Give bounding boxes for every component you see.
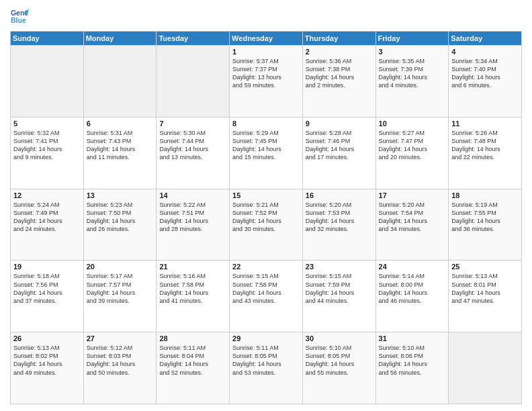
calendar-cell: 19Sunrise: 5:18 AMSunset: 7:56 PMDayligh… (11, 261, 84, 332)
cell-text: and 47 minutes. (451, 297, 519, 305)
calendar-cell: 12Sunrise: 5:24 AMSunset: 7:49 PMDayligh… (11, 189, 84, 261)
calendar-cell: 27Sunrise: 5:12 AMSunset: 8:03 PMDayligh… (83, 332, 157, 404)
cell-text: Daylight: 14 hours (232, 217, 300, 225)
cell-text: Sunset: 7:52 PM (232, 209, 300, 217)
cell-text: and 37 minutes. (13, 297, 81, 305)
cell-text: and 11 minutes. (87, 153, 154, 161)
cell-text: Daylight: 14 hours (451, 217, 519, 225)
calendar-week-row: 5Sunrise: 5:32 AMSunset: 7:41 PMDaylight… (11, 117, 522, 189)
cell-text: Sunrise: 5:17 AM (87, 272, 154, 280)
day-number: 31 (379, 334, 446, 342)
cell-text: Sunrise: 5:27 AM (379, 129, 446, 137)
cell-text: Daylight: 14 hours (13, 360, 81, 368)
cell-text: Daylight: 14 hours (306, 360, 373, 368)
day-number: 9 (306, 120, 373, 128)
cell-text: Sunrise: 5:32 AM (13, 129, 81, 137)
cell-text: Sunrise: 5:22 AM (159, 201, 226, 209)
cell-text: and 52 minutes. (159, 369, 226, 377)
calendar-cell: 17Sunrise: 5:20 AMSunset: 7:54 PMDayligh… (375, 189, 449, 261)
col-header-thursday: Thursday (302, 32, 375, 46)
col-header-sunday: Sunday (11, 32, 84, 46)
day-number: 26 (13, 334, 81, 342)
cell-text: Sunset: 7:47 PM (379, 137, 446, 145)
day-number: 14 (159, 191, 226, 199)
day-number: 3 (379, 48, 446, 56)
cell-text: and 2 minutes. (306, 81, 373, 89)
calendar-cell: 13Sunrise: 5:23 AMSunset: 7:50 PMDayligh… (83, 189, 157, 261)
cell-text: Sunrise: 5:34 AM (451, 57, 519, 65)
day-number: 10 (379, 120, 446, 128)
cell-text: Daylight: 14 hours (306, 289, 373, 297)
day-number: 13 (87, 191, 154, 199)
cell-text: Daylight: 14 hours (451, 289, 519, 297)
cell-text: Sunset: 7:48 PM (451, 137, 519, 145)
cell-text: Daylight: 13 hours (232, 73, 300, 81)
calendar-cell: 30Sunrise: 5:10 AMSunset: 8:05 PMDayligh… (302, 332, 375, 404)
cell-text: Daylight: 14 hours (232, 145, 300, 153)
cell-text: and 9 minutes. (13, 153, 81, 161)
calendar-cell: 25Sunrise: 5:13 AMSunset: 8:01 PMDayligh… (449, 261, 522, 332)
cell-text: Daylight: 14 hours (13, 217, 81, 225)
cell-text: Daylight: 14 hours (159, 289, 226, 297)
cell-text: Sunset: 8:04 PM (159, 352, 226, 360)
cell-text: Sunrise: 5:36 AM (306, 57, 373, 65)
cell-text: Daylight: 14 hours (306, 145, 373, 153)
cell-text: Sunset: 7:40 PM (451, 65, 519, 73)
cell-text: Daylight: 14 hours (379, 73, 446, 81)
day-number: 8 (232, 120, 300, 128)
cell-text: Sunset: 8:03 PM (87, 352, 154, 360)
cell-text: Daylight: 14 hours (379, 145, 446, 153)
calendar-cell: 4Sunrise: 5:34 AMSunset: 7:40 PMDaylight… (449, 46, 522, 118)
calendar-cell (449, 332, 522, 404)
col-header-friday: Friday (375, 32, 449, 46)
cell-text: and 13 minutes. (159, 153, 226, 161)
cell-text: Sunrise: 5:21 AM (232, 201, 300, 209)
day-number: 27 (87, 334, 154, 342)
col-header-saturday: Saturday (449, 32, 522, 46)
calendar-week-row: 1Sunrise: 5:37 AMSunset: 7:37 PMDaylight… (11, 46, 522, 118)
calendar-cell: 26Sunrise: 5:13 AMSunset: 8:02 PMDayligh… (11, 332, 84, 404)
day-number: 12 (13, 191, 81, 199)
cell-text: and 15 minutes. (232, 153, 300, 161)
calendar-table: SundayMondayTuesdayWednesdayThursdayFrid… (10, 31, 522, 404)
cell-text: Sunrise: 5:26 AM (451, 129, 519, 137)
cell-text: Sunset: 7:49 PM (13, 209, 81, 217)
cell-text: and 22 minutes. (451, 153, 519, 161)
cell-text: Sunrise: 5:29 AM (232, 129, 300, 137)
calendar-cell: 8Sunrise: 5:29 AMSunset: 7:45 PMDaylight… (230, 117, 303, 189)
calendar-cell: 16Sunrise: 5:20 AMSunset: 7:53 PMDayligh… (302, 189, 375, 261)
cell-text: Sunrise: 5:31 AM (87, 129, 154, 137)
cell-text: and 36 minutes. (451, 225, 519, 233)
calendar-cell: 10Sunrise: 5:27 AMSunset: 7:47 PMDayligh… (375, 117, 449, 189)
cell-text: Sunset: 8:00 PM (379, 281, 446, 289)
calendar-week-row: 12Sunrise: 5:24 AMSunset: 7:49 PMDayligh… (11, 189, 522, 261)
cell-text: and 50 minutes. (87, 369, 154, 377)
calendar-cell (83, 46, 157, 118)
day-number: 28 (159, 334, 226, 342)
cell-text: and 24 minutes. (13, 225, 81, 233)
cell-text: Daylight: 14 hours (159, 145, 226, 153)
cell-text: Daylight: 14 hours (451, 73, 519, 81)
cell-text: and 55 minutes. (306, 369, 373, 377)
calendar-header-row: SundayMondayTuesdayWednesdayThursdayFrid… (11, 32, 522, 46)
cell-text: Sunset: 7:59 PM (306, 281, 373, 289)
cell-text: Sunset: 8:06 PM (379, 352, 446, 360)
col-header-monday: Monday (83, 32, 157, 46)
cell-text: Sunset: 7:57 PM (87, 281, 154, 289)
cell-text: Sunrise: 5:37 AM (232, 57, 300, 65)
cell-text: Sunset: 7:50 PM (87, 209, 154, 217)
calendar-cell: 3Sunrise: 5:35 AMSunset: 7:39 PMDaylight… (375, 46, 449, 118)
cell-text: Sunrise: 5:10 AM (306, 344, 373, 352)
cell-text: and 46 minutes. (379, 297, 446, 305)
cell-text: and 39 minutes. (87, 297, 154, 305)
calendar-cell: 5Sunrise: 5:32 AMSunset: 7:41 PMDaylight… (11, 117, 84, 189)
day-number: 15 (232, 191, 300, 199)
day-number: 24 (379, 263, 446, 271)
calendar-cell: 11Sunrise: 5:26 AMSunset: 7:48 PMDayligh… (449, 117, 522, 189)
cell-text: Daylight: 14 hours (379, 360, 446, 368)
day-number: 21 (159, 263, 226, 271)
day-number: 22 (232, 263, 300, 271)
cell-text: Sunrise: 5:18 AM (13, 272, 81, 280)
logo-icon: General Blue (10, 7, 29, 26)
cell-text: Daylight: 14 hours (13, 145, 81, 153)
